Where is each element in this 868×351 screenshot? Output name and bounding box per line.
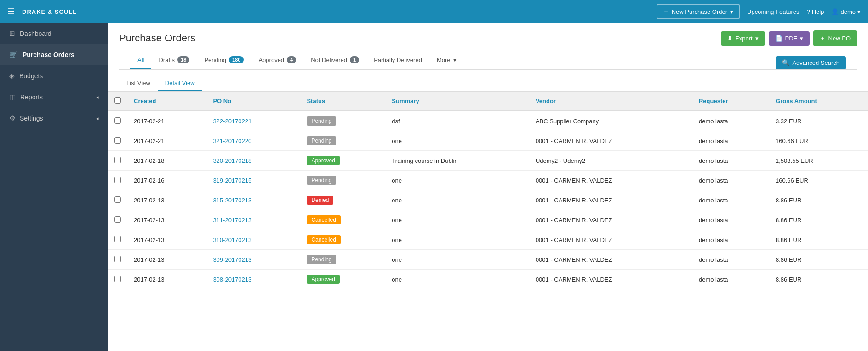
hamburger-menu-icon[interactable]: ☰ [7,6,15,17]
table-row: 2017-02-16 319-20170215 Pending one 0001… [108,171,868,190]
pdf-dropdown-arrow-icon: ▾ [800,35,803,42]
help-link[interactable]: ? Help [806,8,824,15]
row-status: Pending [300,250,385,270]
row-po-no[interactable]: 310-20170213 [206,230,300,250]
row-status: Approved [300,270,385,289]
pdf-label: PDF [785,35,797,42]
row-vendor: 0001 - CARMEN R. VALDEZ [529,210,692,230]
row-summary: one [385,131,529,151]
top-nav-left: ☰ DRAKE & SCULL [7,6,77,17]
status-badge: Cancelled [307,215,340,224]
row-gross-amount: 8.86 EUR [769,230,868,250]
row-po-no[interactable]: 321-20170220 [206,131,300,151]
row-summary: one [385,250,529,270]
tab-drafts[interactable]: Drafts 18 [151,52,197,69]
row-po-no[interactable]: 309-20170213 [206,250,300,270]
upcoming-features-link[interactable]: Upcoming Features [747,8,799,15]
reports-expand-arrow-icon: ◂ [96,94,99,100]
col-header-status[interactable]: Status [300,92,385,111]
row-checkbox-cell [108,190,127,210]
sidebar-item-label: Budgets [19,72,43,80]
row-requester: demo lasta [692,270,769,289]
table-header-row: Created PO No Status Summary Vendor Requ… [108,92,868,111]
row-checkbox[interactable] [114,137,121,144]
row-po-no[interactable]: 308-20170213 [206,270,300,289]
settings-icon: ⚙ [9,114,15,122]
help-label: Help [812,8,824,15]
new-purchase-order-button[interactable]: ＋ New Purchase Order ▾ [657,4,740,19]
row-po-no[interactable]: 315-20170213 [206,190,300,210]
table-row: 2017-02-13 315-20170213 Denied one 0001 … [108,190,868,210]
view-tabs-bar: List View Detail View [108,70,868,92]
brand-logo: DRAKE & SCULL [22,8,77,15]
reports-icon: ◫ [9,93,16,101]
new-po-label: New PO [828,35,851,42]
row-checkbox[interactable] [114,216,121,223]
tab-list-view[interactable]: List View [119,76,158,91]
sidebar-item-purchase-orders[interactable]: 🛒 Purchase Orders [0,44,108,65]
top-navigation: ☰ DRAKE & SCULL ＋ New Purchase Order ▾ U… [0,0,868,23]
row-checkbox[interactable] [114,256,121,262]
sidebar-item-settings[interactable]: ⚙ Settings ◂ [0,108,108,129]
col-header-summary[interactable]: Summary [385,92,529,111]
tab-partially-delivered-label: Partially Delivered [374,57,422,63]
pdf-icon: 📄 [775,35,782,42]
row-checkbox[interactable] [114,236,121,242]
row-status: Approved [300,151,385,171]
tab-more[interactable]: More ▾ [429,52,464,69]
col-header-gross-amount[interactable]: Gross Amount [769,92,868,111]
list-view-label: List View [126,80,150,86]
row-vendor: ABC Supplier Company [529,111,692,131]
row-vendor: Udemy2 - Udemy2 [529,151,692,171]
col-header-created[interactable]: Created [127,92,206,111]
col-header-po-no[interactable]: PO No [206,92,300,111]
select-all-checkbox[interactable] [114,97,121,104]
tab-pending[interactable]: Pending 180 [197,52,251,69]
row-gross-amount: 8.86 EUR [769,250,868,270]
row-summary: one [385,190,529,210]
row-po-no[interactable]: 311-20170213 [206,210,300,230]
row-created: 2017-02-18 [127,151,206,171]
dropdown-arrow-icon: ▾ [730,8,733,15]
row-po-no[interactable]: 320-20170218 [206,151,300,171]
row-checkbox[interactable] [114,276,121,282]
new-po-plus-icon: ＋ [820,34,826,42]
status-badge: Denied [307,196,333,205]
row-summary: one [385,171,529,190]
tab-partially-delivered[interactable]: Partially Delivered [366,52,429,69]
row-gross-amount: 8.86 EUR [769,270,868,289]
status-badge: Approved [307,156,339,165]
advanced-search-button[interactable]: 🔍 Advanced Search [776,56,846,69]
new-po-button[interactable]: ＋ New PO [813,30,857,46]
purchase-orders-table: Created PO No Status Summary Vendor Requ… [108,92,868,289]
tab-not-delivered[interactable]: Not Delivered 1 [303,52,366,69]
table-row: 2017-02-13 310-20170213 Cancelled one 00… [108,230,868,250]
row-checkbox[interactable] [114,196,121,203]
tab-all[interactable]: All [130,52,151,69]
budgets-icon: ◈ [9,72,15,80]
col-header-requester[interactable]: Requester [692,92,769,111]
row-checkbox[interactable] [114,177,121,183]
row-po-no[interactable]: 319-20170215 [206,171,300,190]
tab-detail-view[interactable]: Detail View [158,76,202,91]
row-checkbox[interactable] [114,157,121,163]
pdf-button[interactable]: 📄 PDF ▾ [769,31,810,46]
row-vendor: 0001 - CARMEN R. VALDEZ [529,190,692,210]
row-created: 2017-02-21 [127,111,206,131]
question-icon: ? [806,8,810,15]
tab-approved[interactable]: Approved 4 [251,52,303,69]
user-menu-link[interactable]: 👤 demo ▾ [831,8,861,15]
export-button[interactable]: ⬇ Export ▾ [721,31,765,46]
sidebar-item-reports[interactable]: ◫ Reports ◂ [0,86,108,108]
row-summary: one [385,230,529,250]
row-gross-amount: 160.66 EUR [769,131,868,151]
sidebar-item-budgets[interactable]: ◈ Budgets [0,65,108,86]
row-checkbox[interactable] [114,117,121,124]
tab-row: All Drafts 18 Pending 180 Approved 4 [119,52,857,70]
col-header-vendor[interactable]: Vendor [529,92,692,111]
row-requester: demo lasta [692,111,769,131]
sidebar-item-dashboard[interactable]: ⊞ Dashboard [0,23,108,44]
row-summary: one [385,210,529,230]
tabs-left: All Drafts 18 Pending 180 Approved 4 [130,52,464,69]
row-po-no[interactable]: 322-20170221 [206,111,300,131]
